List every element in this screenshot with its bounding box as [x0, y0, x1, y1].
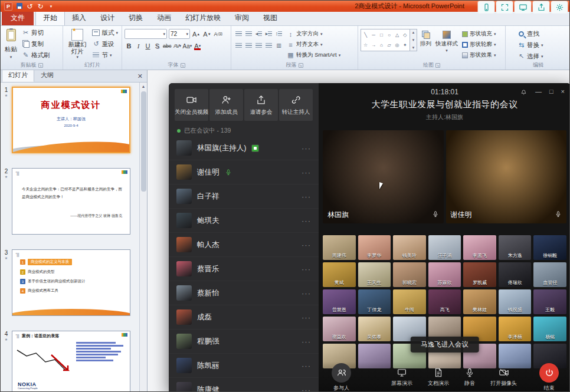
member-more-button[interactable]: ···: [302, 265, 311, 274]
cut-button[interactable]: ✂剪切: [21, 28, 51, 38]
ribbon-tab[interactable]: 动画: [150, 11, 178, 25]
video-tile[interactable]: 曾慧恩: [323, 289, 356, 314]
line-spacing-button[interactable]: ↕: [274, 29, 284, 38]
increase-indent-button[interactable]: ▸: [264, 29, 274, 38]
meeting-action-button[interactable]: 转让主持人: [279, 89, 313, 121]
slide-thumbnail-1[interactable]: 商业模式设计 主讲人：林国强 2020-9-4: [12, 87, 130, 153]
dialog-launcher[interactable]: ↘: [38, 63, 43, 68]
member-row[interactable]: 成磊···: [169, 305, 319, 330]
end-meeting-button[interactable]: 结束: [539, 363, 559, 392]
camera-button[interactable]: 打开摄像头: [490, 367, 517, 387]
shape-outline-button[interactable]: 形状轮廓▾: [461, 39, 497, 50]
save-button[interactable]: [15, 2, 23, 11]
mute-button[interactable]: 静音: [464, 367, 475, 387]
layout-button[interactable]: 版式▾: [91, 28, 119, 38]
format-painter-button[interactable]: ✎格式刷: [21, 50, 51, 60]
bold-button[interactable]: B: [125, 41, 133, 51]
member-more-button[interactable]: ···: [302, 216, 311, 225]
video-tile[interactable]: 丁佳龙: [358, 289, 391, 314]
scrollbar-thumb[interactable]: [141, 91, 146, 192]
video-tile[interactable]: 罗凯威: [463, 262, 496, 287]
video-tile[interactable]: 苏霖欣: [428, 262, 461, 287]
member-more-button[interactable]: ···: [302, 361, 311, 370]
share-button[interactable]: [533, 1, 549, 13]
clear-formatting-button[interactable]: A⌫: [214, 29, 224, 39]
reset-button[interactable]: ↺重设: [91, 39, 119, 49]
featured-video-tile[interactable]: 林国旗: [323, 130, 444, 223]
video-tile[interactable]: 朱方逸: [499, 235, 532, 260]
columns-button[interactable]: ▥: [274, 41, 284, 50]
member-row[interactable]: 白子祥···: [169, 185, 319, 209]
video-tile[interactable]: 李泽楠: [499, 317, 532, 341]
character-spacing-button[interactable]: AV▾: [173, 41, 182, 51]
video-tile[interactable]: 李孟飞: [463, 235, 496, 260]
minimize-icon[interactable]: —: [535, 87, 542, 95]
justify-button[interactable]: [264, 41, 274, 50]
ribbon-tab[interactable]: 审阅: [228, 11, 256, 25]
tab-slides[interactable]: 幻灯片: [2, 68, 34, 82]
video-tile[interactable]: 佟瑞欣: [499, 262, 532, 287]
member-more-button[interactable]: ···: [302, 337, 311, 346]
bullets-button[interactable]: [234, 29, 244, 38]
member-row[interactable]: 程鹏强···: [169, 330, 319, 354]
font-color-button[interactable]: A▾: [193, 41, 202, 51]
doc-share-button[interactable]: 文档演示: [428, 367, 449, 387]
video-tile[interactable]: 牛闯: [393, 289, 426, 314]
bell-icon[interactable]: [520, 88, 528, 95]
ribbon-tab[interactable]: 幻灯片放映: [178, 11, 228, 25]
copy-button[interactable]: 复制: [21, 39, 51, 49]
dialog-launcher[interactable]: ↘: [299, 63, 303, 68]
member-row[interactable]: 谢佳明···: [169, 160, 319, 185]
panel-scrollbar[interactable]: ▲: [139, 83, 147, 392]
featured-video-tile[interactable]: 谢佳明: [446, 130, 567, 223]
screen-share-button[interactable]: 屏幕演示: [391, 367, 412, 387]
slide-thumbnail-2[interactable]: '|| 今天企业之间的竞争：已经不是产品和服务之间的竞争，而是商业模式之间的竞争…: [12, 168, 130, 235]
fullscreen-button[interactable]: [496, 1, 513, 13]
ribbon-tab[interactable]: 设计: [93, 11, 122, 25]
dialog-launcher[interactable]: ↘: [435, 63, 440, 68]
member-more-button[interactable]: ···: [302, 386, 311, 392]
scroll-up-icon[interactable]: ▲: [142, 83, 146, 90]
member-row[interactable]: 陈凯丽···: [169, 354, 319, 378]
ribbon-tab[interactable]: 插入: [65, 11, 93, 25]
member-more-button[interactable]: ···: [302, 241, 311, 249]
member-more-button[interactable]: ···: [302, 289, 311, 298]
window-button[interactable]: [515, 1, 531, 13]
decrease-indent-button[interactable]: ◂: [254, 29, 264, 38]
align-center-button[interactable]: [244, 41, 254, 50]
smartart-button[interactable]: ▦转换为 SmartArt▾: [286, 50, 342, 60]
grow-font-button[interactable]: A▲: [192, 29, 201, 39]
video-tile[interactable]: 郭晓宏: [393, 262, 426, 287]
undo-button[interactable]: ↺: [26, 2, 34, 11]
video-tile[interactable]: 王毅: [533, 289, 566, 314]
member-more-button[interactable]: ···: [302, 192, 311, 201]
video-tile[interactable]: 周建伟: [323, 235, 356, 260]
align-right-button[interactable]: [254, 41, 264, 50]
member-row[interactable]: 陈康健···: [169, 378, 319, 392]
font-size-combo[interactable]: 72▾: [169, 29, 190, 39]
ribbon-tab[interactable]: 视图: [256, 11, 284, 25]
align-left-button[interactable]: [234, 41, 244, 50]
member-more-button[interactable]: ···: [302, 144, 311, 153]
maximize-icon[interactable]: □: [549, 87, 553, 95]
video-tile[interactable]: 李梦华: [358, 235, 391, 260]
shapes-gallery[interactable]: ╲─□○△◇ ☆→⌂▱◎✦: [361, 29, 410, 51]
qat-dropdown[interactable]: ▾: [47, 2, 55, 11]
video-tile[interactable]: 徐铜毅: [533, 235, 566, 260]
member-row[interactable]: 帕人杰···: [169, 233, 319, 257]
video-tile[interactable]: 黄斌: [323, 262, 356, 287]
dialog-launcher[interactable]: ↘: [181, 63, 185, 68]
panel-close-button[interactable]: ✕: [133, 73, 147, 82]
redo-button[interactable]: ↻: [37, 2, 44, 11]
slide-thumbnail-4[interactable]: '|| 案例：诺基亚的衰落 NOKIAConnecting People 201…: [12, 331, 130, 392]
select-button[interactable]: ↖选择▾: [516, 51, 568, 61]
video-tile[interactable]: 钱美玲: [393, 235, 426, 260]
video-tile[interactable]: 吴佑泰: [358, 317, 391, 341]
powerpoint-app-icon[interactable]: P: [4, 2, 12, 11]
participants-button[interactable]: 参与人: [332, 363, 351, 392]
shapes-gallery-scroll[interactable]: ▲▼▼: [410, 29, 417, 51]
ribbon-tab[interactable]: 切换: [122, 11, 150, 25]
video-tile[interactable]: 樊林娃: [463, 289, 496, 314]
video-tile[interactable]: 高飞: [428, 289, 461, 314]
video-tile[interactable]: 谢益欢: [323, 317, 356, 341]
